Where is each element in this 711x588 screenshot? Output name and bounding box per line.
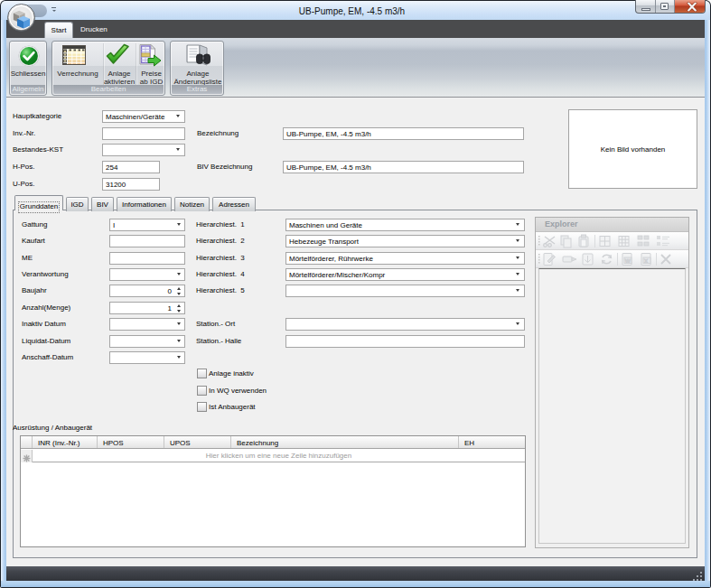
svg-text:W: W — [625, 258, 631, 264]
svg-text:X: X — [644, 258, 648, 264]
